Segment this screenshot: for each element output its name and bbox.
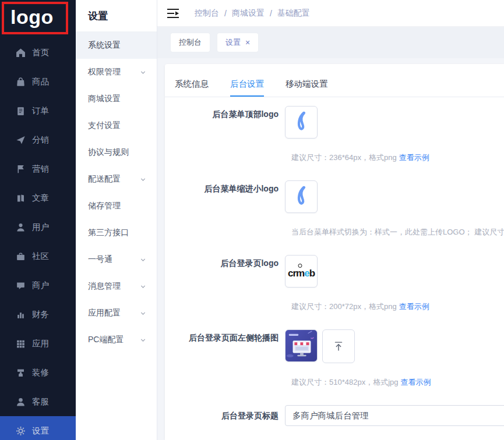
- tag-settings[interactable]: 设置×: [217, 33, 258, 52]
- view-example-link[interactable]: 查看示例: [399, 153, 429, 162]
- sidebar-item-label: 分销: [32, 134, 49, 146]
- sidebar-item-decorate[interactable]: 装修: [0, 358, 76, 387]
- sidebar-item-articles[interactable]: 文章: [0, 183, 76, 212]
- submenu-item-payment[interactable]: 支付设置: [76, 112, 157, 139]
- logo-squiggle-icon: [294, 185, 309, 208]
- sidebar-item-marketing[interactable]: 营销: [0, 154, 76, 183]
- breadcrumb-item-mall-settings[interactable]: 商城设置: [232, 8, 265, 19]
- open-tags-bar: 控制台 设置×: [157, 27, 504, 58]
- breadcrumb-item-console[interactable]: 控制台: [195, 8, 219, 19]
- upload-button[interactable]: [322, 329, 355, 363]
- tab-mobile-settings[interactable]: 移动端设置: [286, 73, 328, 97]
- sidebar-item-users[interactable]: 用户: [0, 212, 76, 242]
- field-menu-top-logo: 后台菜单顶部logo 建议尺寸：236*64px，格式png查看示例: [165, 106, 504, 163]
- sidebar-item-label: 首页: [32, 47, 49, 58]
- view-example-link[interactable]: 查看示例: [399, 302, 429, 311]
- settings-card: 系统信息 后台设置 移动端设置 后台菜单顶部logo: [165, 64, 504, 440]
- submenu-item-agreements[interactable]: 协议与规则: [76, 139, 157, 166]
- grid-icon: [16, 339, 26, 349]
- main-nav: 首页 商品 订单 分销 营销 文章: [0, 38, 76, 440]
- submenu-item-permissions[interactable]: 权限管理: [76, 59, 157, 86]
- sidebar-item-label: 设置: [32, 425, 49, 437]
- sidebar-item-settings[interactable]: 设置: [0, 416, 76, 440]
- breadcrumb-item-basic-config: 基础配置: [277, 8, 310, 19]
- sidebar-item-label: 客服: [32, 396, 49, 407]
- user-icon: [16, 222, 26, 232]
- sidebar-item-home[interactable]: 首页: [0, 38, 76, 67]
- sidebar-item-label: 财务: [32, 309, 49, 320]
- sidebar-item-apps[interactable]: 应用: [0, 329, 76, 358]
- field-hint: 建议尺寸：200*72px，格式png查看示例: [291, 301, 504, 312]
- sidebar-item-merchants[interactable]: 商户: [0, 271, 76, 300]
- sidebar-item-label: 应用: [32, 338, 49, 349]
- menu-top-logo-image[interactable]: [285, 106, 318, 139]
- field-hint: 建议尺寸：236*64px，格式png查看示例: [291, 152, 504, 163]
- main-sidebar: logo 首页 商品 订单 分销 营销: [0, 0, 76, 440]
- customer-service-icon: [16, 397, 26, 407]
- submenu-item-third-party[interactable]: 第三方接口: [76, 219, 157, 246]
- tab-system-info[interactable]: 系统信息: [175, 73, 209, 97]
- submenu-item-system[interactable]: 系统设置: [76, 32, 157, 59]
- view-example-link[interactable]: 查看示例: [401, 378, 431, 386]
- carousel-illustration: [286, 329, 317, 362]
- submenu-item-mall-settings[interactable]: 商城设置: [76, 86, 157, 112]
- gear-icon: [16, 426, 26, 436]
- topbar: 控制台 / 商城设置 / 基础配置: [157, 0, 504, 27]
- sidebar-item-label: 商户: [32, 280, 49, 291]
- login-title-input[interactable]: [285, 405, 504, 426]
- sidebar-item-label: 装修: [32, 367, 49, 378]
- menu-fold-icon[interactable]: [167, 8, 179, 19]
- submenu-item-app-config[interactable]: 应用配置: [76, 300, 157, 327]
- content-area: 系统信息 后台设置 移动端设置 后台菜单顶部logo: [157, 58, 504, 440]
- tab-admin-settings[interactable]: 后台设置: [230, 73, 264, 97]
- paint-brush-icon: [16, 368, 26, 378]
- sidebar-item-service[interactable]: 客服: [0, 387, 76, 416]
- settings-form: 后台菜单顶部logo 建议尺寸：236*64px，格式png查看示例: [165, 97, 504, 426]
- submenu-title: 设置: [76, 0, 157, 32]
- book-icon: [16, 193, 26, 203]
- submenu-item-delivery[interactable]: 配送配置: [76, 166, 157, 193]
- field-label: 后台菜单缩进小logo: [165, 180, 285, 194]
- sidebar-item-label: 用户: [32, 222, 49, 233]
- field-menu-small-logo: 后台菜单缩进小logo 当后台菜单样式切换为：样式一，此处需上传LOGO； 建议…: [165, 180, 504, 237]
- login-logo-image[interactable]: crmeb: [285, 255, 318, 288]
- sidebar-item-orders[interactable]: 订单: [0, 96, 76, 125]
- breadcrumb-separator: /: [270, 9, 272, 18]
- sidebar-item-finance[interactable]: 财务: [0, 300, 76, 329]
- home-icon: [16, 48, 26, 58]
- submenu-item-yihaotong[interactable]: 一号通: [76, 246, 157, 273]
- field-label: 后台菜单顶部logo: [165, 106, 285, 120]
- storefront-icon: [16, 281, 26, 290]
- sidebar-item-goods[interactable]: 商品: [0, 67, 76, 96]
- flag-icon: [16, 164, 26, 174]
- shopping-bag-icon: [16, 77, 26, 87]
- settings-tabs: 系统信息 后台设置 移动端设置: [165, 73, 504, 97]
- field-login-logo: 后台登录页logo crmeb 建议尺寸：200*72px，格式png查看示例: [165, 255, 504, 312]
- logo-area[interactable]: logo: [0, 0, 76, 37]
- sidebar-item-distribution[interactable]: 分销: [0, 125, 76, 154]
- sidebar-item-label: 订单: [32, 105, 49, 116]
- submenu-item-pc-config[interactable]: PC端配置: [76, 327, 157, 353]
- settings-submenu: 设置 系统设置 权限管理 商城设置 支付设置 协议与规则 配送配置 储存管理 第…: [76, 0, 157, 440]
- app-window: logo 首页 商品 订单 分销 营销: [0, 0, 504, 440]
- close-icon[interactable]: ×: [245, 38, 250, 47]
- chevron-down-icon: [140, 69, 146, 76]
- clipboard-icon: [16, 106, 26, 116]
- field-hint: 当后台菜单样式切换为：样式一，此处需上传LOGO； 建议尺寸: [291, 227, 504, 237]
- submenu-item-storage[interactable]: 储存管理: [76, 193, 157, 219]
- tag-console[interactable]: 控制台: [171, 33, 210, 52]
- chevron-down-icon: [140, 310, 146, 317]
- menu-small-logo-image[interactable]: [285, 180, 318, 213]
- chevron-down-icon: [140, 257, 146, 263]
- annotation-box: [2, 2, 68, 34]
- sidebar-item-community[interactable]: 社区: [0, 242, 76, 271]
- field-hint: 建议尺寸：510*482px，格式jpg查看示例: [291, 377, 504, 388]
- chevron-down-icon: [140, 337, 146, 343]
- submenu-item-messages[interactable]: 消息管理: [76, 273, 157, 300]
- upload-arrow-icon: [332, 340, 345, 353]
- sidebar-item-label: 社区: [32, 251, 49, 262]
- field-login-title: 后台登录页标题: [165, 405, 504, 426]
- field-label: 后台登录页标题: [165, 405, 285, 421]
- field-label: 后台登录页面左侧轮播图: [165, 329, 285, 343]
- carousel-thumbnail[interactable]: [285, 329, 318, 362]
